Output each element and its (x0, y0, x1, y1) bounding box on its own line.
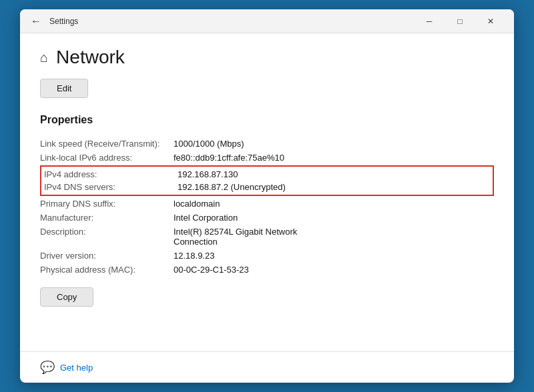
wm-bar (411, 297, 413, 337)
watermark-overlay: ⊡ www.xwxww.com (367, 284, 514, 351)
minimize-button[interactable]: ─ (414, 9, 445, 33)
maximize-button[interactable]: □ (445, 9, 475, 33)
highlighted-rows: IPv4 address: 192.168.87.130 IPv4 DNS se… (40, 165, 494, 196)
page-header: ⌂ Network (40, 47, 494, 68)
properties-table: Link speed (Receive/Transmit): 1000/1000… (40, 137, 494, 277)
table-row: IPv4 address: 192.168.87.130 (41, 168, 493, 181)
table-row: Physical address (MAC): 00-0C-29-C1-53-2… (40, 263, 494, 277)
home-icon: ⌂ (40, 50, 48, 65)
table-row: Driver version: 12.18.9.23 (40, 249, 494, 263)
wm-box: ⊡ (419, 297, 459, 337)
back-button[interactable]: ← (28, 13, 44, 29)
table-row: Manufacturer: Intel Corporation (40, 211, 494, 225)
copy-button[interactable]: Copy (40, 287, 93, 307)
table-row: Link-local IPv6 address: fe80::ddb9:1cff… (40, 151, 494, 165)
page-title: Network (56, 47, 125, 68)
wm-text: www.xwxww.com (464, 294, 471, 340)
table-row: Link speed (Receive/Transmit): 1000/1000… (40, 137, 494, 151)
window-controls: ─ □ ✕ (414, 9, 506, 33)
table-row: IPv4 DNS servers: 192.168.87.2 (Unencryp… (41, 181, 493, 193)
watermark-inner: ⊡ www.xwxww.com (405, 289, 476, 345)
help-icon: 💬 (40, 360, 55, 375)
footer: 💬 Get help (20, 351, 514, 383)
titlebar-title: Settings (49, 17, 414, 26)
settings-window: ← Settings ─ □ ✕ ⌂ Network Edit Properti… (20, 9, 514, 383)
section-title: Properties (40, 114, 494, 126)
edit-button[interactable]: Edit (40, 79, 88, 98)
get-help-link[interactable]: Get help (60, 363, 93, 373)
table-row: Primary DNS suffix: localdomain (40, 197, 494, 211)
close-button[interactable]: ✕ (475, 9, 506, 33)
titlebar: ← Settings ─ □ ✕ (20, 9, 514, 33)
table-row: Description: Intel(R) 82574L Gigabit Net… (40, 225, 494, 249)
